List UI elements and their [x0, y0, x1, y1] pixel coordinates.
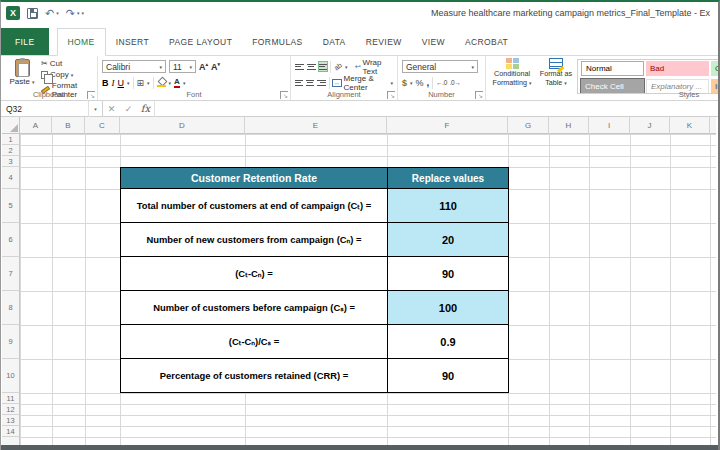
comma-style-button[interactable]: , [427, 77, 430, 88]
font-color-dropdown-icon[interactable]: ▾ [183, 80, 186, 86]
column-header-partial[interactable] [710, 117, 716, 134]
paste-button[interactable]: Paste ▾ [7, 59, 37, 86]
row-header-2[interactable]: 2 [2, 145, 20, 156]
undo-dropdown-icon[interactable]: ▾ [56, 10, 59, 16]
percent-style-button[interactable]: % [416, 78, 424, 88]
value-cell[interactable]: 90 [388, 257, 509, 291]
orientation-button[interactable]: ab [333, 61, 343, 71]
value-cell[interactable]: 20 [388, 223, 509, 257]
orientation-dropdown-icon[interactable]: ▾ [345, 64, 348, 70]
formula-input[interactable] [154, 101, 718, 117]
cancel-icon[interactable]: ✕ [103, 104, 120, 114]
number-format-combo[interactable]: General ▾ [402, 60, 478, 73]
accounting-dropdown-icon[interactable]: ▾ [410, 80, 413, 86]
tab-data[interactable]: DATA [313, 28, 356, 55]
column-header-C[interactable]: C [85, 117, 120, 134]
alignment-dialog-launcher-icon[interactable]: ↘ [387, 91, 395, 99]
top-align-button[interactable] [295, 62, 304, 71]
column-header-B[interactable]: B [52, 117, 85, 134]
row-header-4[interactable]: 4 [2, 167, 20, 189]
column-header-D[interactable]: D [120, 117, 245, 134]
table-value-header-cell[interactable]: Replace values [388, 168, 509, 189]
italic-button[interactable]: I [112, 78, 115, 88]
tab-page-layout[interactable]: PAGE LAYOUT [159, 28, 242, 55]
paste-dropdown-icon[interactable]: ▾ [32, 79, 35, 85]
row-header-11[interactable]: 11 [2, 393, 20, 404]
shrink-font-button[interactable]: A▾ [211, 61, 220, 72]
enter-icon[interactable]: ✓ [120, 104, 137, 114]
borders-button[interactable]: ⊞ [137, 78, 145, 88]
column-header-I[interactable]: I [589, 117, 630, 134]
name-box[interactable]: Q32 [1, 101, 89, 117]
value-cell[interactable]: 110 [388, 189, 509, 223]
row-header-8[interactable]: 8 [2, 291, 20, 325]
qat-customize-icon[interactable]: ▾ [81, 10, 84, 16]
column-header-F[interactable]: F [387, 117, 508, 134]
borders-dropdown-icon[interactable]: ▾ [147, 80, 150, 86]
bottom-align-button[interactable] [319, 62, 328, 71]
value-cell[interactable]: 90 [388, 359, 509, 393]
redo-dropdown-icon[interactable]: ▾ [77, 10, 80, 16]
align-left-button[interactable] [295, 78, 303, 87]
format-as-table-button[interactable]: Format as Table ▾ [536, 58, 576, 87]
label-cell[interactable]: Number of new customers from campaign (C… [121, 223, 388, 257]
copy-button[interactable]: Copy ▾ [41, 70, 97, 79]
column-header-G[interactable]: G [508, 117, 549, 134]
label-cell[interactable]: (Cₜ-Cₙ) = [121, 257, 388, 291]
font-dialog-launcher-icon[interactable]: ↘ [280, 91, 288, 99]
underline-button[interactable]: U [118, 78, 125, 88]
tab-acrobat[interactable]: ACROBAT [455, 28, 518, 55]
save-icon[interactable] [27, 8, 38, 19]
row-header-partial[interactable] [2, 437, 20, 445]
number-dialog-launcher-icon[interactable]: ↘ [475, 91, 483, 99]
row-header-5[interactable]: 5 [2, 189, 20, 223]
font-size-combo[interactable]: 11 ▾ [169, 60, 196, 73]
bold-button[interactable]: B [102, 78, 109, 88]
tab-view[interactable]: VIEW [412, 28, 455, 55]
label-cell[interactable]: Number of customers before campaign (Cₛ)… [121, 291, 388, 325]
redo-icon[interactable]: ↷ [66, 6, 75, 20]
row-header-3[interactable]: 3 [2, 156, 20, 167]
font-family-combo[interactable]: Calibri ▾ [102, 60, 166, 73]
select-all-corner[interactable] [2, 117, 20, 134]
fill-color-button[interactable] [157, 78, 166, 87]
row-header-14[interactable]: 14 [2, 426, 20, 437]
style-bad[interactable]: Bad [646, 61, 709, 76]
cut-button[interactable]: ✂ Cut [41, 59, 97, 68]
style-input[interactable]: Input [711, 79, 719, 94]
accounting-format-button[interactable]: $ [402, 78, 407, 88]
label-cell[interactable]: Percentage of customers retained (CRR) = [121, 359, 388, 393]
middle-align-button[interactable] [307, 62, 316, 71]
label-cell[interactable]: (Cₜ-Cₙ)/Cₛ = [121, 325, 388, 359]
table-title-cell[interactable]: Customer Retention Rate [121, 168, 388, 189]
column-header-E[interactable]: E [245, 117, 387, 134]
insert-function-icon[interactable]: fx [137, 103, 154, 114]
conditional-formatting-button[interactable]: Conditional Formatting ▾ [488, 58, 536, 87]
row-header-10[interactable]: 10 [2, 359, 20, 393]
fill-color-dropdown-icon[interactable]: ▾ [169, 80, 172, 86]
decrease-decimal-button[interactable]: .0→ [450, 79, 460, 86]
align-center-button[interactable] [306, 78, 314, 87]
row-header-7[interactable]: 7 [2, 257, 20, 291]
tab-formulas[interactable]: FORMULAS [242, 28, 312, 55]
underline-dropdown-icon[interactable]: ▾ [127, 80, 130, 86]
name-box-dropdown-icon[interactable]: ▾ [89, 101, 103, 117]
tab-file[interactable]: FILE [1, 28, 49, 55]
merge-center-button[interactable]: ↔ Merge & Center ▾ [332, 74, 393, 92]
row-header-13[interactable]: 13 [2, 415, 20, 426]
style-good[interactable]: Good [711, 61, 719, 76]
column-header-H[interactable]: H [549, 117, 589, 134]
column-header-A[interactable]: A [20, 117, 52, 134]
copy-dropdown-icon[interactable]: ▾ [71, 72, 74, 78]
grow-font-button[interactable]: A▴ [199, 61, 208, 72]
tab-home[interactable]: HOME [57, 28, 106, 56]
column-header-K[interactable]: K [670, 117, 710, 134]
value-cell[interactable]: 0.9 [388, 325, 509, 359]
value-cell[interactable]: 100 [388, 291, 509, 325]
tab-review[interactable]: REVIEW [356, 28, 412, 55]
row-header-6[interactable]: 6 [2, 223, 20, 257]
style-check-cell[interactable]: Check Cell [581, 79, 644, 94]
row-header-9[interactable]: 9 [2, 325, 20, 359]
label-cell[interactable]: Total number of customers at end of camp… [121, 189, 388, 223]
tab-insert[interactable]: INSERT [106, 28, 159, 55]
